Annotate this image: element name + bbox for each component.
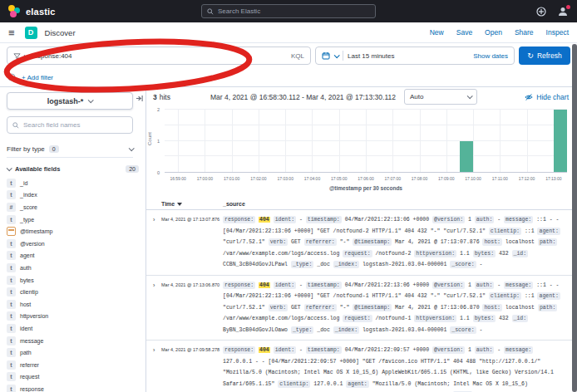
field-item-referrer[interactable]: treferrer	[7, 359, 139, 371]
text-field-icon: t	[7, 215, 16, 224]
source-value: -	[497, 282, 501, 288]
field-item-@version[interactable]: t@version	[7, 238, 139, 250]
chevron-down-icon	[467, 93, 473, 99]
source-field-agent: agent:	[537, 292, 560, 300]
date-picker[interactable]: Last 15 minutes Show dates	[315, 47, 515, 65]
action-save[interactable]: Save	[456, 28, 472, 37]
source-field-verb: verb:	[269, 304, 288, 311]
source-field-host: host:	[482, 238, 502, 246]
source-field-@timestamp: @timestamp:	[353, 304, 392, 311]
text-field-icon: t	[7, 251, 16, 260]
source-value: GET	[291, 305, 301, 311]
scrollbar[interactable]	[572, 44, 577, 392]
refresh-button[interactable]: ↻ Refresh	[519, 47, 570, 65]
field-item-_index[interactable]: t_index	[7, 189, 139, 202]
field-item-httpversion[interactable]: thttpversion	[7, 311, 139, 323]
source-value: ByBN_3cB04dGovJLOawo	[223, 327, 288, 333]
source-field-ident: ident:	[274, 216, 296, 223]
action-share[interactable]: Share	[515, 28, 534, 37]
field-item-message[interactable]: tmessage	[7, 335, 139, 347]
field-item-request[interactable]: trequest	[7, 371, 139, 384]
chevron-down-icon[interactable]	[334, 52, 340, 58]
field-name: _index	[20, 192, 37, 198]
expand-row-icon[interactable]: ›	[153, 214, 161, 271]
calendar-icon[interactable]	[322, 51, 330, 60]
source-value: 1.1	[460, 316, 470, 321]
global-search-input[interactable]: Search Elastic	[201, 4, 376, 18]
interval-select[interactable]: Auto	[404, 89, 477, 105]
source-value: /var/www/example.com/logs/access.log	[223, 316, 339, 321]
query-menu-icon[interactable]	[13, 52, 21, 60]
histogram-bar-17:09:30[interactable]	[460, 141, 473, 173]
column-header-time[interactable]: Time	[161, 201, 223, 207]
fields-sidebar: logstash-* Search field names Filter by …	[0, 87, 146, 392]
source-value: /var/www/example.com/logs/access.log	[223, 251, 339, 257]
source-value: 1	[468, 282, 471, 288]
source-field-timestamp: timestamp:	[306, 282, 342, 289]
source-field-request: request:	[343, 250, 372, 257]
field-item-auth[interactable]: tauth	[7, 262, 139, 274]
deployment-icon[interactable]	[536, 7, 546, 17]
query-language-button[interactable]: KQL	[291, 52, 304, 60]
user-avatar[interactable]	[557, 6, 569, 17]
source-field-clientip: clientip:	[489, 228, 521, 235]
hide-chart-button[interactable]: Hide chart	[525, 93, 569, 101]
collapse-sidebar-icon[interactable]	[136, 95, 143, 102]
source-field-host: host:	[482, 304, 502, 311]
action-open[interactable]: Open	[485, 28, 502, 37]
time-range-value[interactable]: Last 15 minutes	[348, 52, 394, 60]
field-name: ident	[20, 326, 32, 331]
field-item-_score[interactable]: #_score	[7, 201, 139, 213]
column-header-source: _source	[223, 201, 245, 207]
field-item-path[interactable]: tpath	[7, 346, 139, 359]
index-pattern-select[interactable]: logstash-*	[7, 92, 133, 110]
highlighted-value: 404	[259, 282, 270, 288]
source-value: localhost	[505, 305, 535, 311]
source-field-clientip: clientip:	[278, 380, 310, 388]
expand-row-icon[interactable]: ›	[153, 280, 161, 336]
field-item-_id[interactable]: t_id	[7, 177, 139, 189]
highlighted-value: 404	[259, 217, 270, 223]
field-item-host[interactable]: thost	[7, 298, 139, 311]
source-value: Mar 4, 2021 @ 17:13:06.870	[395, 305, 479, 311]
menu-icon[interactable]: ≡	[8, 27, 15, 38]
field-item-clientip[interactable]: tclientip	[7, 286, 139, 298]
source-value: 1	[468, 217, 471, 223]
filter-by-type-control[interactable]: Filter by type 0	[7, 140, 133, 158]
query-input[interactable]: response:404 KQL	[7, 47, 311, 65]
field-item-response[interactable]: tresponse	[7, 383, 139, 392]
field-name: @version	[20, 241, 45, 247]
chevron-down-icon[interactable]	[24, 52, 30, 58]
action-inspect[interactable]: Inspect	[546, 28, 569, 37]
source-value: /notfound-1	[375, 316, 411, 321]
field-name: _type	[20, 217, 34, 223]
expand-row-icon[interactable]: ›	[153, 345, 161, 392]
source-field-_type: _type:	[291, 261, 313, 268]
field-name: request	[20, 374, 39, 380]
source-field-auth: auth:	[475, 346, 495, 354]
field-name: response	[20, 386, 44, 392]
field-item-ident[interactable]: tident	[7, 322, 139, 335]
text-field-icon: t	[7, 239, 16, 248]
action-new[interactable]: New	[430, 28, 444, 37]
histogram-bar-17:13:00[interactable]	[554, 110, 567, 172]
source-field-agent: agent:	[346, 380, 368, 388]
doc-time: Mar 4, 2021 @ 17:09:58.278	[161, 345, 223, 392]
field-item-_type[interactable]: t_type	[7, 213, 139, 226]
source-value: -	[497, 347, 501, 353]
discover-app-badge[interactable]: D	[25, 27, 37, 39]
show-dates-button[interactable]: Show dates	[473, 52, 508, 60]
scrollbar-thumb[interactable]	[572, 44, 577, 392]
chart-plot-area[interactable]	[165, 110, 567, 173]
field-item-@timestamp[interactable]: @timestamp	[7, 225, 139, 238]
clock-icon[interactable]	[7, 73, 16, 81]
sort-desc-icon[interactable]	[177, 203, 182, 206]
document-table: ›Mar 4, 2021 @ 17:13:07.876response: 404…	[146, 210, 577, 392]
available-fields-header[interactable]: Available fields 20	[7, 165, 139, 173]
elastic-logo[interactable]: elastic	[8, 5, 56, 17]
field-item-agent[interactable]: tagent	[7, 250, 139, 262]
field-item-bytes[interactable]: tbytes	[7, 274, 139, 287]
add-filter-button[interactable]: + Add filter	[22, 74, 53, 81]
field-search-input[interactable]: Search field names	[7, 116, 133, 134]
text-field-icon: t	[7, 385, 16, 392]
